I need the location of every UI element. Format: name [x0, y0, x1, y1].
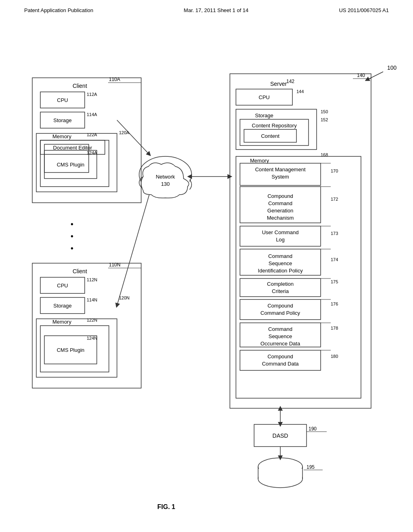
- svg-rect-35: [240, 249, 321, 275]
- svg-rect-34: [240, 226, 321, 246]
- svg-line-10: [117, 120, 149, 154]
- client-a-storage: Storage: [53, 117, 72, 123]
- svg-rect-3: [40, 92, 85, 108]
- client-a-memory-number: 122A: [87, 132, 97, 137]
- label-180: 180: [331, 354, 338, 359]
- label-168: 168: [321, 152, 328, 157]
- ccp-label2: Command Policy: [261, 310, 300, 316]
- fig-caption: FIG. 1: [157, 503, 175, 510]
- svg-point-51: [258, 458, 302, 476]
- svg-rect-28: [236, 109, 317, 150]
- client-n-number: 110N: [109, 262, 121, 268]
- content-repo-number: 152: [321, 117, 328, 122]
- csip-label1: Command: [268, 253, 292, 259]
- disk-number: 195: [307, 464, 315, 470]
- client-a-label: Client: [73, 83, 87, 89]
- content-label: Content: [261, 133, 280, 139]
- label-172: 172: [331, 197, 338, 202]
- svg-point-19: [139, 156, 192, 193]
- cms-number: 170: [331, 168, 338, 173]
- label-176: 176: [331, 301, 338, 306]
- svg-rect-36: [240, 278, 321, 297]
- client-n-arrow-label: 120N: [119, 295, 129, 300]
- client-a-arrow-label: 120A: [119, 130, 129, 135]
- server-cpu: CPU: [259, 94, 269, 100]
- svg-rect-27: [236, 89, 292, 105]
- svg-rect-23: [143, 175, 190, 195]
- client-a-storage-number: 114A: [87, 112, 97, 117]
- svg-rect-11: [32, 263, 141, 388]
- svg-rect-1: [32, 78, 141, 203]
- client-n-memory-label: Memory: [52, 319, 71, 325]
- svg-rect-31: [236, 156, 361, 398]
- server-storage-label: Storage: [255, 112, 273, 118]
- client-a-number: 110A: [109, 77, 120, 82]
- client-n-cpu: CPU: [57, 283, 68, 289]
- network-label: Network: [156, 174, 175, 180]
- csod-label2: Sequence: [269, 333, 292, 339]
- client-n-storage-number: 114N: [87, 297, 97, 302]
- csod-label1: Command: [268, 326, 292, 332]
- label-173: 173: [331, 231, 338, 236]
- server-label: Server: [270, 81, 287, 87]
- csip-label2: Sequence: [269, 260, 292, 266]
- svg-rect-9: [44, 150, 97, 179]
- svg-point-21: [167, 176, 192, 193]
- client-a-cpu: CPU: [57, 97, 68, 103]
- cc-label1: Completion: [267, 281, 294, 287]
- network-number: 130: [161, 181, 170, 187]
- header-left: Patent Application Publication: [24, 7, 93, 13]
- svg-rect-39: [240, 350, 321, 370]
- server-cpu-number: 144: [296, 89, 304, 94]
- svg-point-52: [258, 470, 302, 488]
- client-n-cms-number: 124N: [87, 336, 97, 341]
- svg-rect-17: [44, 336, 97, 364]
- dots2: •: [71, 232, 73, 241]
- label-175: 175: [331, 279, 338, 284]
- svg-rect-30: [244, 129, 296, 142]
- client-n-memory-number: 122N: [87, 318, 97, 322]
- svg-rect-32: [240, 163, 321, 185]
- ccp-label1: Compound: [267, 303, 293, 309]
- cms-label: Content Management: [255, 166, 305, 172]
- svg-rect-37: [240, 299, 321, 320]
- ccd-label2: Command Data: [262, 361, 299, 367]
- client-a-cms-plugin: CMS Plugin: [57, 162, 85, 168]
- ccgm-label1: Compound: [267, 193, 293, 199]
- page-header: Patent Application Publication Mar. 17, …: [0, 0, 413, 17]
- svg-line-0: [367, 72, 383, 80]
- csod-label3: Occurrence Data: [261, 341, 300, 347]
- ccgm-label2: Command: [268, 200, 292, 206]
- ucl-label1: User Command: [262, 229, 298, 235]
- system-number: 100: [387, 64, 397, 71]
- server-storage-number: 150: [321, 109, 328, 114]
- content-repo-label: Content Repository: [252, 123, 297, 129]
- client-n-cms-plugin: CMS Plugin: [57, 347, 85, 353]
- diagram: 100 Client 110A CPU 112A Storage 114A Me…: [0, 17, 413, 525]
- server-number-140: 140: [357, 73, 365, 78]
- dasd-label: DASD: [273, 432, 288, 439]
- csip-label3: Identification Policy: [258, 268, 303, 274]
- ccd-label1: Compound: [267, 353, 293, 360]
- svg-rect-6: [44, 144, 89, 172]
- diagram-svg: 100 Client 110A CPU 112A Storage 114A Me…: [0, 17, 413, 525]
- svg-rect-29: [240, 119, 309, 145]
- dots: •: [71, 220, 73, 229]
- label-174: 174: [331, 257, 338, 262]
- svg-rect-33: [240, 187, 321, 223]
- svg-rect-48: [254, 424, 307, 447]
- client-a-memory-label: Memory: [52, 133, 71, 139]
- svg-point-20: [139, 175, 163, 191]
- header-right: US 2011/0067025 A1: [339, 7, 389, 13]
- svg-point-22: [149, 183, 181, 195]
- server-number-142: 142: [286, 79, 294, 84]
- label-178: 178: [331, 326, 338, 330]
- svg-rect-4: [40, 112, 85, 128]
- client-a-doc-editor: Document Editor: [53, 145, 92, 151]
- svg-rect-14: [40, 297, 85, 314]
- svg-rect-15: [36, 319, 117, 377]
- cc-label2: Criteria: [272, 288, 289, 294]
- header-center: Mar. 17, 2011 Sheet 1 of 14: [184, 7, 248, 13]
- dots3: •: [71, 244, 73, 253]
- svg-rect-55: [259, 469, 302, 479]
